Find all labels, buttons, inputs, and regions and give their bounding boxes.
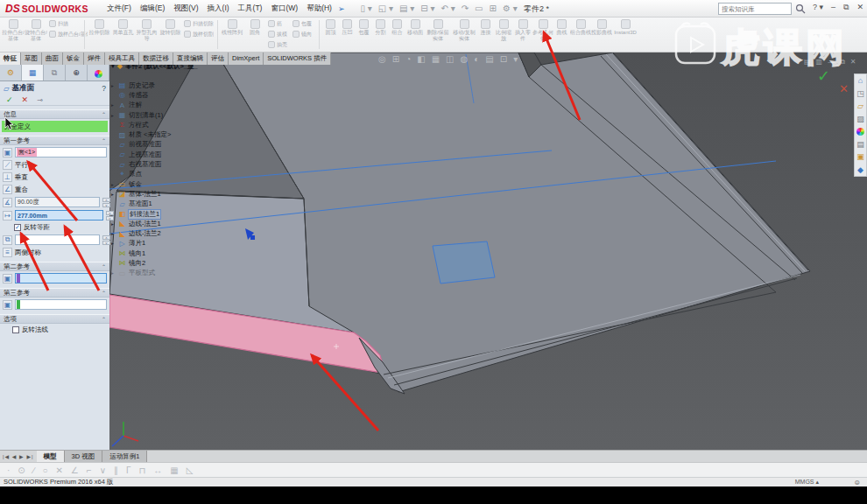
view-tool-icon[interactable]: ⊞ [392,54,399,64]
tree-item[interactable]: ▸ A 注解 [111,101,243,110]
search-input[interactable] [722,5,788,13]
pin-menu-icon[interactable]: ➢ [338,4,345,13]
menu-item[interactable]: 插入(I) [203,2,234,16]
ok-button[interactable]: ✓ [6,95,13,104]
unit-system[interactable]: MMGS ▴ [795,479,819,486]
third-reference-selection-box[interactable] [15,299,107,310]
help-button[interactable]: ? ▾ [813,3,823,12]
flip-offset-checkbox-checked[interactable]: ✓ [14,224,21,231]
distance-spinner[interactable]: ˄˅ [106,211,114,220]
view-tool-icon[interactable]: ▤ [485,54,493,64]
task-pane-icon[interactable]: ⌂ [858,74,863,88]
doc-window-icon[interactable]: ✕ [850,58,856,66]
ribbon-item[interactable]: 旋转凸台/基体 [25,18,47,52]
command-tab[interactable]: 曲面 [42,52,63,65]
menu-item[interactable]: 文件(F) [102,2,136,16]
expand-arrow-icon[interactable]: ▸ [111,231,118,236]
tree-item[interactable]: ▸ ◪ 基体-法兰1 [111,189,243,199]
quick-access-icon[interactable]: ▯ ▾ [361,4,372,13]
sketch-tool-icon[interactable]: · [7,466,10,475]
task-pane-icon[interactable]: ▤ [856,138,864,151]
view-tool-icon[interactable]: ◎ [378,54,386,64]
sketch-tool-icon[interactable]: ∥ [114,466,118,475]
collapse-icon[interactable]: ⌃ [102,316,106,322]
configuration-manager-tab[interactable]: ⧉ [44,65,66,80]
command-tab[interactable]: SOLIDWORKS 插件 [264,52,331,65]
ribbon-item[interactable]: 简单直孔 [111,18,135,52]
tree-item[interactable]: ▱ 上视基准面 [111,150,243,159]
sketch-tool-icon[interactable]: ○ [42,466,47,475]
expand-arrow-icon[interactable]: ▸ [111,102,118,108]
collapse-icon[interactable]: ⌃ [102,290,106,296]
search-icon[interactable] [795,4,806,14]
tree-item[interactable]: ▸ ◧ 斜接法兰1 [111,209,243,219]
command-tab[interactable]: 钣金 [63,52,84,65]
task-pane-icon[interactable] [856,125,864,138]
doc-window-icon[interactable]: ▥ [816,58,823,66]
tree-item[interactable]: ▸ ▭ 钣金 [111,179,243,189]
ribbon-item[interactable]: 扫描切除 [182,18,221,29]
third-reference-header[interactable]: 第三参考⌃ [0,288,109,298]
plane-count-input[interactable] [15,234,100,245]
search-box[interactable] [718,3,792,15]
menu-item[interactable]: 帮助(H) [302,2,336,16]
expand-arrow-icon[interactable]: ▸ [111,241,118,246]
tree-item[interactable]: ◎ 传感器 [111,90,243,100]
ribbon-item[interactable]: 拉伸切除 [88,18,111,52]
tree-item[interactable]: ▨ 材质 <未指定> [111,130,243,139]
sketch-tool-icon[interactable]: ↔ [153,466,162,475]
command-tab[interactable]: 焊件 [84,52,105,65]
task-pane-icon[interactable]: ◳ [856,88,864,101]
angle-input[interactable] [15,197,100,207]
view-tool-icon[interactable]: ▾ [513,54,518,64]
ribbon-item[interactable]: Instant3D [612,18,638,52]
collapse-icon[interactable]: ⌃ [102,263,106,270]
sketch-tool-icon[interactable]: ⊓ [138,466,145,475]
expand-arrow-icon[interactable]: ▸ [111,192,118,197]
menu-item[interactable]: 视图(V) [169,2,202,16]
sketch-tool-icon[interactable]: ▦ [170,466,178,475]
doc-window-icon[interactable]: ⧉ [840,58,845,66]
flip-normal-row[interactable]: 反转法线 [0,324,109,335]
minimize-icon[interactable]: – [831,3,835,12]
ribbon-item[interactable]: 连接 [477,18,494,52]
flip-normal-checkbox-unchecked[interactable] [12,326,19,333]
first-reference-header[interactable]: 第一参考⌃ [0,136,109,145]
tree-item[interactable]: ⋈ 镜向1 [111,248,243,258]
dimxpert-manager-tab[interactable]: ⊕ [66,65,88,80]
quick-access-icon[interactable]: ⚙ ▾ [503,4,518,13]
selected-face-chip[interactable]: 面<1> [17,148,37,157]
perpendicular-option[interactable]: ⊥垂直 [0,171,109,183]
command-tab[interactable]: 草图 [21,52,42,65]
sketch-tool-icon[interactable]: ∕ [33,466,35,475]
ribbon-item[interactable]: 放样凸台/基体 [47,29,88,39]
tree-item[interactable]: ▱ 前视基准面 [111,140,243,150]
ribbon-item[interactable]: 异型孔向导 [135,18,159,52]
ribbon-item[interactable]: 组合 [389,18,405,52]
expand-arrow-icon[interactable]: ▸ [111,83,118,88]
ribbon-item[interactable]: 插入零件 [513,18,532,52]
ribbon-item[interactable]: 删除/保留实体 [425,18,451,52]
tree-item[interactable]: ⌖ 原点 [111,170,243,179]
document-tab[interactable]: 模型 [37,451,65,462]
ribbon-item[interactable]: 曲线 [553,18,570,52]
second-reference-selection-box[interactable] [15,273,107,284]
view-tool-icon[interactable]: ◐ [474,54,479,64]
tree-item[interactable]: ▸ ◣ 边线-法兰1 [111,219,243,228]
expand-arrow-icon[interactable]: ▸ [111,113,118,118]
count-spinner[interactable]: ˄˅ [102,235,110,245]
ribbon-item[interactable]: 放样切割 [182,29,221,39]
sketch-tool-icon[interactable]: ✕ [55,466,62,475]
options-header[interactable]: 选项⌃ [0,314,109,324]
view-tool-icon[interactable]: ◫ [446,54,454,64]
menu-item[interactable]: 窗口(W) [266,2,302,16]
quick-access-icon[interactable]: ↷ [462,4,469,13]
ribbon-item[interactable]: 移动面 [405,18,425,52]
ribbon-item[interactable]: 镜向 [291,29,315,39]
ribbon-item[interactable]: 扫描 [47,18,88,29]
ribbon-item[interactable]: 移动/复制实体 [451,18,477,52]
restore-icon[interactable]: ⧉ [843,3,849,12]
view-tool-icon[interactable]: ◍ [461,54,469,64]
tree-item[interactable]: ▸ ▭ 平板型式 [111,269,243,278]
parallel-option[interactable]: ⟋平行 [0,158,109,171]
